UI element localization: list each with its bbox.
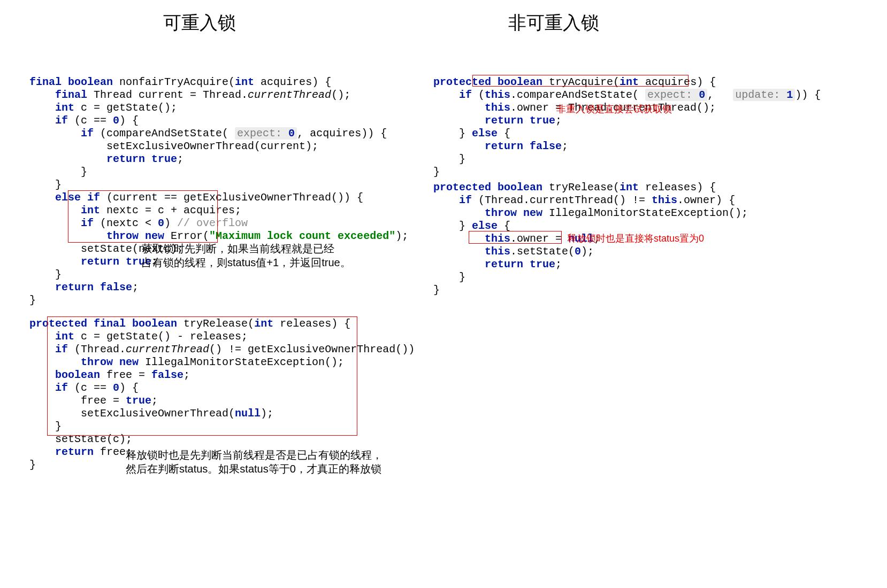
- annotation-left-release: 释放锁时也是先判断当前线程是否是已占有锁的线程， 然后在判断status。如果s…: [126, 448, 383, 476]
- annotation-left-acquire: 获取锁时先判断，如果当前线程就是已经 占有锁的线程，则status值+1，并返回…: [142, 242, 351, 269]
- annotation-right-acquire: 非重入锁是直接尝试获取锁: [556, 103, 672, 115]
- title-right: 非可重入锁: [508, 11, 599, 35]
- redbox-left-acquire: [68, 190, 218, 243]
- title-left: 可重入锁: [163, 11, 236, 35]
- redbox-left-release: [47, 316, 357, 436]
- redbox-right-acquire: [472, 75, 689, 87]
- page: 可重入锁 非可重入锁 final boolean nonfairTryAcqui…: [0, 0, 887, 588]
- code-left-acquire: final boolean nonfairTryAcquire(int acqu…: [29, 63, 408, 307]
- redbox-right-release: [469, 231, 562, 244]
- annotation-right-release: 释放锁时也是直接将status置为0: [567, 232, 704, 245]
